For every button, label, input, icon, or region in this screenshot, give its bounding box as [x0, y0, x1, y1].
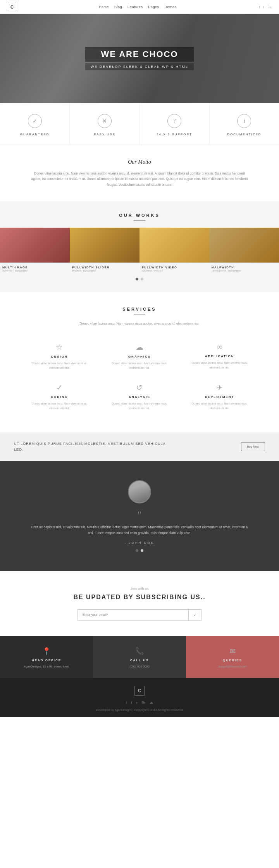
cta-text: UT LOREM QUIS PURUS FACILISIS MOLESTIE. … [14, 441, 169, 452]
social-facebook[interactable]: f [259, 5, 260, 9]
subscribe-email-input[interactable] [78, 610, 188, 620]
works-section: OUR WORKS MULTI-IMAGE Advertise / Typogr… [0, 201, 279, 292]
subscribe-section: Join with us BE UPDATED BY SUBSCRIBING U… [0, 571, 279, 636]
subscribe-title: BE UPDATED BY SUBSCRIBING US.. [39, 594, 240, 601]
work-name-2: FULLWIDTH VIDEO [142, 266, 207, 269]
works-dot-0[interactable] [136, 278, 138, 280]
hero-subtitle: WE DEVELOP SLEEK & CLEAN WP & HTML [85, 63, 194, 70]
work-name-0: MULTI-IMAGE [2, 266, 67, 269]
footer-col-call: 📞 CALL US (000) 000-0000 [93, 636, 186, 678]
work-cat-3: Development / Typography [212, 269, 277, 272]
subscribe-submit-button[interactable]: ✓ [188, 610, 201, 620]
service-application: ∞ APPLICATION Donec vitae lacinia arcu. … [179, 337, 260, 377]
hero-content: WE ARE CHOCO WE DEVELOP SLEEK & CLEAN WP… [85, 47, 194, 70]
footer-social-twitter[interactable]: t [131, 700, 132, 704]
work-item-0[interactable]: MULTI-IMAGE Advertise / Typography [0, 228, 70, 274]
footer-logo: C [134, 686, 145, 696]
services-title-wrap: SERVICES [19, 307, 260, 315]
work-item-1[interactable]: FULLWIDTH SLIDER Product / Typography [70, 228, 140, 274]
testimonial-pagination [31, 549, 248, 552]
nav-link-features[interactable]: Features [127, 5, 143, 9]
footer-col-queries-text: support@livemail.com [190, 664, 275, 669]
work-name-3: HALFWIDTH [212, 266, 277, 269]
works-title-line [134, 220, 145, 221]
service-graphics: ☁ GRAPHICS Donec vitae lacinia arcu. Nam… [100, 337, 180, 377]
nav-link-home[interactable]: Home [99, 5, 109, 9]
work-name-1: FULLWIDTH SLIDER [72, 266, 137, 269]
feature-icon-info: i [237, 114, 251, 128]
services-section: SERVICES Donec vitae lacinia arcu. Nam v… [0, 292, 279, 432]
footer-social-behance[interactable]: Be [142, 700, 146, 704]
service-desc-5: Donec vitae lacinia arcu. Nam viverra ri… [186, 401, 253, 411]
quote-mark-icon: " [31, 510, 248, 520]
service-desc-4: Donec vitae lacinia arcu. Nam viverra ri… [107, 401, 173, 411]
services-title-line [134, 314, 145, 315]
work-item-3[interactable]: HALFWIDTH Development / Typography [209, 228, 279, 274]
work-info-3: HALFWIDTH Development / Typography [209, 263, 279, 274]
feature-easyuse: ✕ EASY USE [70, 103, 140, 145]
testimonial-dot-0[interactable] [136, 549, 138, 552]
motto-section: Our Motto Donec vitae lacinia arcu. Nam … [0, 145, 279, 201]
footer-col-office: 📍 HEAD OFFICE AganDesigns, 19 a 8th stre… [0, 636, 93, 678]
work-image-1 [70, 228, 140, 263]
graphics-icon: ☁ [107, 342, 173, 352]
service-analysis: ↺ ANALYSIS Donec vitae lacinia arcu. Nam… [100, 377, 180, 418]
navbar: C Home Blog Features Pages Demos f t Be [0, 0, 279, 14]
service-name-4: ANALYSIS [107, 395, 173, 399]
works-grid: MULTI-IMAGE Advertise / Typography FULLW… [0, 228, 279, 274]
avatar-image [129, 481, 150, 503]
nav-link-demos[interactable]: Demos [165, 5, 177, 9]
nav-logo[interactable]: C [8, 3, 16, 11]
coding-icon: ✓ [26, 383, 93, 392]
subscribe-join: Join with us [39, 587, 240, 591]
nav-link-blog[interactable]: Blog [114, 5, 122, 9]
subscribe-form: ✓ [78, 609, 202, 621]
footer-social-youtube[interactable]: y [136, 700, 138, 704]
feature-label-1: EASY USE [94, 133, 115, 136]
footer-social-cloud[interactable]: ☁ [150, 700, 153, 704]
testimonial-name: - JOHN DOE [31, 541, 248, 545]
testimonial-dot-1[interactable] [141, 549, 143, 552]
deployment-icon: ✈ [186, 383, 253, 392]
work-cat-0: Advertise / Typography [2, 269, 67, 272]
footer-social: f t y Be ☁ [8, 700, 271, 704]
work-info-1: FULLWIDTH SLIDER Product / Typography [70, 263, 140, 274]
footer-bottom: C f t y Be ☁ Developed by AganDesigns | … [0, 678, 279, 717]
services-grid: ☆ DESIGN Donec vitae lacinia arcu. Nam v… [19, 337, 260, 418]
social-twitter[interactable]: t [263, 5, 264, 9]
service-desc-1: Donec vitae lacinia arcu. Nam viverra ri… [107, 361, 173, 370]
work-cat-1: Product / Typography [72, 269, 137, 272]
service-deployment: ✈ DEPLOYMENT Donec vitae lacinia arcu. N… [179, 377, 260, 418]
works-title: OUR WORKS [0, 213, 279, 218]
motto-title: Our Motto [31, 159, 248, 165]
testimonial-avatar [128, 480, 151, 503]
works-title-wrap: OUR WORKS [0, 213, 279, 221]
work-info-0: MULTI-IMAGE Advertise / Typography [0, 263, 70, 274]
footer-col-call-text: (000) 000-0000 [97, 664, 182, 669]
application-icon: ∞ [186, 342, 253, 351]
feature-support: ? 24 X 7 SUPPORT [140, 103, 210, 145]
service-design: ☆ DESIGN Donec vitae lacinia arcu. Nam v… [19, 337, 100, 377]
work-item-2[interactable]: FULLWIDTH VIDEO Advertise / Product [140, 228, 209, 274]
cta-button[interactable]: Buy Now [241, 442, 265, 451]
service-name-5: DEPLOYMENT [186, 395, 253, 399]
email-icon: ✉ [190, 647, 275, 655]
analysis-icon: ↺ [107, 383, 173, 392]
service-desc-3: Donec vitae lacinia arcu. Nam viverra ri… [26, 401, 93, 411]
works-dot-1[interactable] [141, 278, 143, 280]
footer-social-facebook[interactable]: f [126, 700, 127, 704]
service-coding: ✓ CODING Donec vitae lacinia arcu. Nam v… [19, 377, 100, 418]
service-name-0: DESIGN [26, 355, 93, 358]
office-location-icon: 📍 [4, 647, 89, 655]
social-behance[interactable]: Be [267, 5, 271, 9]
footer-copyright: Developed by AganDesigns | Copyright © 2… [8, 708, 271, 712]
design-icon: ☆ [26, 342, 93, 352]
services-subtitle: Donec vitae lacinia arcu. Nam viverra ri… [19, 322, 260, 325]
footer-top: 📍 HEAD OFFICE AganDesigns, 19 a 8th stre… [0, 636, 279, 678]
footer-col-queries: ✉ QUERIES support@livemail.com [186, 636, 279, 678]
nav-link-pages[interactable]: Pages [148, 5, 159, 9]
feature-label-2: 24 X 7 SUPPORT [157, 133, 192, 136]
works-pagination [0, 274, 279, 284]
feature-guaranteed: ✓ GUARANTEED [0, 103, 70, 145]
motto-text: Donec vitae lacinia arcu. Nam viverra ri… [31, 171, 248, 187]
